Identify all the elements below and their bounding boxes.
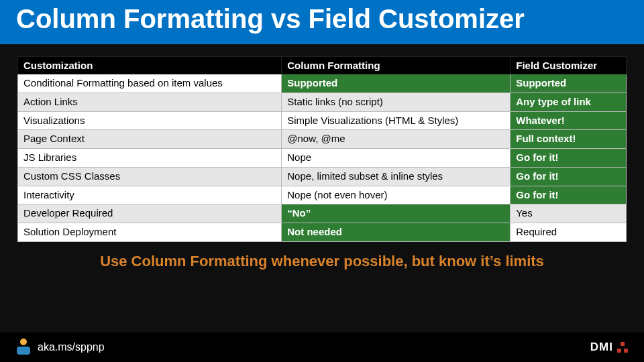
cell-customization: Visualizations xyxy=(18,111,282,130)
table-row: Solution DeploymentNot neededRequired xyxy=(18,223,627,242)
footer-link: aka.ms/sppnp xyxy=(38,341,105,353)
cell-column-formatting: Simple Visualizations (HTML & Styles) xyxy=(282,111,511,130)
pnp-icon xyxy=(16,340,31,355)
table-row: InteractivityNope (not even hover)Go for… xyxy=(18,186,627,204)
brand-icon xyxy=(617,342,628,353)
cell-field-customizer: Yes xyxy=(511,204,627,223)
cell-column-formatting: Not needed xyxy=(282,223,511,242)
cell-field-customizer: Supported xyxy=(511,74,627,93)
slide-footer: aka.ms/sppnp DMI xyxy=(0,333,644,362)
table-row: Page Context@now, @meFull context! xyxy=(18,130,627,149)
th-column-formatting: Column Formatting xyxy=(282,57,511,74)
cell-column-formatting: Nope (not even hover) xyxy=(282,186,511,204)
table-row: Custom CSS ClassesNope, limited subset &… xyxy=(18,167,627,186)
table-row: VisualizationsSimple Visualizations (HTM… xyxy=(18,111,627,130)
table-row: Developer Required“No”Yes xyxy=(18,204,627,223)
slide-content: Customization Column Formatting Field Cu… xyxy=(0,44,644,270)
table-header-row: Customization Column Formatting Field Cu… xyxy=(18,57,627,74)
cell-field-customizer: Whatever! xyxy=(511,111,627,130)
cell-customization: Interactivity xyxy=(18,186,282,204)
cell-column-formatting: Nope, limited subset & inline styles xyxy=(282,167,511,186)
cell-customization: Custom CSS Classes xyxy=(18,167,282,186)
comparison-table: Customization Column Formatting Field Cu… xyxy=(17,56,627,242)
cell-field-customizer: Full context! xyxy=(511,130,627,149)
cell-column-formatting: Static links (no script) xyxy=(282,93,511,111)
cell-customization: Solution Deployment xyxy=(18,223,282,242)
slide-title: Column Formatting vs Field Customizer xyxy=(16,3,628,35)
table-row: Conditional Formatting based on item val… xyxy=(18,74,627,93)
footer-brand: DMI xyxy=(590,341,628,354)
cell-customization: JS Libraries xyxy=(18,149,282,168)
brand-text: DMI xyxy=(590,341,613,354)
cell-column-formatting: @now, @me xyxy=(282,130,511,149)
th-customization: Customization xyxy=(18,57,282,74)
cell-customization: Action Links xyxy=(18,93,282,111)
slide-header: Column Formatting vs Field Customizer xyxy=(0,0,644,44)
cell-field-customizer: Go for it! xyxy=(511,167,627,186)
cell-customization: Page Context xyxy=(18,130,282,149)
cell-column-formatting: Nope xyxy=(282,149,511,168)
cell-customization: Developer Required xyxy=(18,204,282,223)
th-field-customizer: Field Customizer xyxy=(511,57,627,74)
callout-text: Use Column Formatting whenever possible,… xyxy=(17,253,627,270)
footer-left: aka.ms/sppnp xyxy=(16,340,105,355)
cell-column-formatting: “No” xyxy=(282,204,511,223)
cell-field-customizer: Required xyxy=(511,223,627,242)
cell-field-customizer: Go for it! xyxy=(511,149,627,168)
cell-field-customizer: Any type of link xyxy=(511,93,627,111)
cell-field-customizer: Go for it! xyxy=(511,186,627,204)
cell-customization: Conditional Formatting based on item val… xyxy=(18,74,282,93)
table-row: Action LinksStatic links (no script)Any … xyxy=(18,93,627,111)
cell-column-formatting: Supported xyxy=(282,74,511,93)
table-row: JS LibrariesNopeGo for it! xyxy=(18,149,627,168)
